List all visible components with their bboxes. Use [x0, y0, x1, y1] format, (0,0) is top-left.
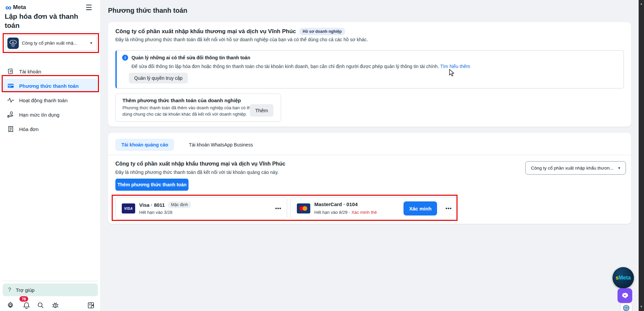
account-selector-label: Công ty cổ phần xuất nhập khẩu thươn... [531, 166, 618, 171]
company-selector-dropdown[interactable]: H Công ty cổ phần xuất nhậ... ▼ [5, 36, 97, 51]
meta-logo-icon: ∞ [5, 4, 11, 11]
manage-access-button[interactable]: Quản lý quyền truy cập [129, 73, 188, 83]
infobox-title: Quản lý những ai có thể sửa đổi thông ti… [131, 55, 250, 60]
menu-icon[interactable]: ☰ [86, 3, 92, 12]
notifications-bell-icon[interactable] [21, 300, 32, 310]
sidebar-title: Lập hóa đơn và thanh toán [5, 12, 89, 30]
chat-bubble-icon [621, 292, 629, 300]
svg-text:H: H [11, 41, 14, 44]
globe-icon [623, 304, 630, 311]
sidebar: ∞ Meta ☰ Lập hóa đơn và thanh toán H Côn… [0, 0, 101, 311]
verify-button[interactable]: Xác minh [404, 201, 437, 215]
payment-method-name: MasterCard · 0104 [314, 201, 358, 207]
sidebar-item-payment-activity[interactable]: Hoạt động thanh toán [3, 93, 98, 107]
sidebar-item-label: Hoạt động thanh toán [19, 98, 67, 103]
scroll-up-icon[interactable]: ▲ [639, 2, 644, 5]
default-badge: Mặc định [167, 201, 191, 208]
account-selector-dropdown[interactable]: Công ty cổ phần xuất nhập khẩu thươn... … [525, 161, 626, 175]
credit-card-icon [7, 82, 15, 90]
scroll-down-icon[interactable]: ▼ [639, 305, 644, 308]
accounts-tabs: Tài khoản quảng cáo Tài khoản WhatsApp B… [115, 139, 259, 151]
billing-page: ∞ Meta ☰ Lập hóa đơn và thanh toán H Côn… [0, 0, 644, 311]
credit-limit-icon [7, 111, 15, 119]
business-profile-badge: Hồ sơ doanh nghiệp [299, 28, 345, 35]
invoice-icon [7, 125, 15, 133]
infobox-body-text: Để sửa đổi thông tin lập hóa đơn hoặc th… [131, 64, 439, 69]
smeta-logo-text-s: s [615, 275, 619, 281]
settings-gear-icon[interactable] [5, 300, 15, 310]
sidebar-item-invoices[interactable]: Hóa đơn [3, 122, 98, 136]
question-icon: ? [8, 287, 11, 293]
help-button[interactable]: ? Trợ giúp [3, 284, 98, 296]
search-icon[interactable] [36, 300, 46, 310]
activity-icon [7, 96, 15, 104]
payment-method-mastercard: MasterCard · 0104 Hết hạn vào 8/29 · Xác… [290, 197, 457, 219]
add-button[interactable]: Thêm [250, 104, 273, 117]
manage-permissions-infobox: i Quản lý những ai có thể sửa đổi thông … [115, 50, 624, 88]
add-business-payment-box: Thêm phương thức thanh toán của doanh ng… [115, 94, 281, 122]
more-options-icon[interactable]: ••• [275, 205, 281, 211]
verify-card-link[interactable]: Xác minh thẻ [352, 210, 377, 215]
visa-logo-icon: VISA [122, 203, 135, 213]
chevron-down-icon: ▼ [90, 41, 93, 45]
mastercard-logo-icon [297, 203, 310, 213]
sidebar-nav: Tài khoản Phương thức thanh toán [3, 64, 98, 136]
add-business-payment-body: Phương thức thanh toán đã thêm vào doanh… [122, 105, 254, 118]
section-description: Đây là những phương thức thanh toán đã k… [115, 170, 279, 175]
help-label: Trợ giúp [16, 287, 35, 293]
payment-method-expiry: Hết hạn vào 3/28 [139, 210, 172, 215]
payment-method-expiry: Hết hạn vào 8/29 · Xác minh thẻ [314, 210, 377, 215]
notification-count-badge: 78 [19, 296, 28, 302]
section-title: Công ty cổ phần xuất nhập khẩu thương mạ… [115, 161, 285, 167]
learn-more-link[interactable]: Tìm hiểu thêm [440, 64, 470, 69]
business-profile-card: Công ty cổ phần xuất nhập khẩu thương mạ… [108, 22, 631, 127]
chevron-down-icon: ▼ [618, 166, 621, 170]
page-scrollbar[interactable]: ▲ ▼ [639, 0, 644, 311]
meta-brand-label: Meta [13, 4, 26, 11]
chat-widget-button[interactable] [618, 288, 632, 303]
sidebar-item-label: Tài khoản [19, 69, 41, 74]
bug-report-icon[interactable] [50, 300, 60, 310]
smeta-logo-text-meta: Meta [619, 275, 631, 281]
collapse-sidebar-icon[interactable] [86, 300, 96, 310]
add-business-payment-title: Thêm phương thức thanh toán của doanh ng… [122, 98, 241, 103]
meta-brand: ∞ Meta [5, 4, 26, 11]
sidebar-item-label: Phương thức thanh toán [19, 83, 78, 89]
sidebar-item-label: Hóa đơn [19, 126, 39, 132]
business-description: Đây là những phương thức thanh toán đã k… [115, 37, 368, 42]
sidebar-item-label: Hạn mức tín dụng [19, 112, 59, 118]
globe-language-button[interactable] [620, 303, 632, 311]
sidebar-item-accounts[interactable]: Tài khoản [3, 64, 98, 78]
sidebar-footer [0, 298, 101, 311]
tabs-divider [108, 155, 631, 155]
payment-method-visa: VISA Visa · 8011 Mặc định Hết hạn vào 3/… [115, 197, 287, 219]
info-icon: i [122, 55, 128, 61]
accounts-card: Tài khoản quảng cáo Tài khoản WhatsApp B… [108, 133, 631, 224]
payment-method-name: Visa · 8011 [139, 202, 165, 208]
page-title: Phương thức thanh toán [108, 7, 187, 14]
business-title: Công ty cổ phần xuất nhập khẩu thương mạ… [115, 28, 296, 35]
more-options-icon[interactable]: ••• [445, 205, 452, 211]
dot-separator: · [349, 210, 350, 215]
add-payment-method-button[interactable]: Thêm phương thức thanh toán [115, 179, 189, 191]
tab-whatsapp-business[interactable]: Tài khoản WhatsApp Business [183, 139, 259, 151]
smeta-logo[interactable]: sMeta [612, 267, 634, 289]
expiry-text: Hết hạn vào 8/29 [314, 210, 347, 215]
sidebar-item-payment-methods[interactable]: Phương thức thanh toán [3, 79, 98, 93]
sidebar-item-credit-limit[interactable]: Hạn mức tín dụng [3, 108, 98, 122]
sidebar-divider [3, 281, 98, 281]
accounts-icon [7, 67, 15, 75]
company-logo-icon: H [7, 38, 19, 49]
infobox-body: Để sửa đổi thông tin lập hóa đơn hoặc th… [131, 64, 470, 69]
company-selector-label: Công ty cổ phần xuất nhậ... [22, 41, 90, 46]
tab-ad-accounts[interactable]: Tài khoản quảng cáo [115, 139, 174, 151]
